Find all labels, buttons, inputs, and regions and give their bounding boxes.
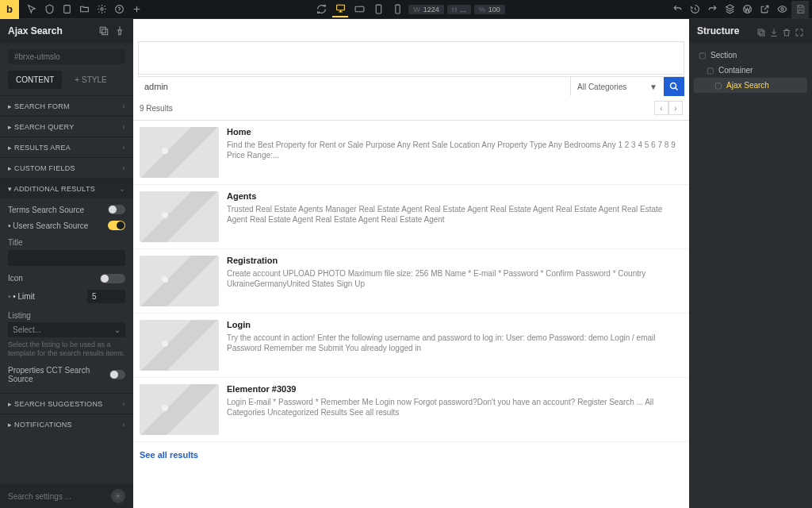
shield-icon[interactable] (41, 2, 57, 17)
redo-icon[interactable] (704, 2, 720, 17)
title-input[interactable] (8, 250, 125, 266)
result-desc: Trusted Real Estate Agents Manager Real … (227, 204, 683, 225)
trash-icon[interactable] (782, 26, 791, 36)
result-thumb (140, 256, 219, 306)
result-desc: Find the Best Property for Rent or Sale … (227, 140, 683, 160)
svg-rect-3 (336, 5, 344, 10)
acc-notifications[interactable]: ▸ NOTIFICATIONS› (0, 414, 133, 434)
svg-rect-4 (355, 6, 364, 12)
tree-item[interactable]: ▢Section (694, 48, 807, 63)
pointer-icon[interactable] (24, 2, 40, 17)
terms-source-label: Terms Search Source (8, 206, 84, 214)
search-settings-input[interactable] (8, 492, 111, 501)
acc-custom-fields[interactable]: ▸ CUSTOM FIELDS› (0, 158, 133, 178)
tree-label: Section (710, 51, 737, 60)
tab-style[interactable]: + STYLE (67, 71, 114, 89)
left-panel: Ajax Search #brxe-utmslo CONTENT + STYLE… (0, 19, 133, 508)
result-item[interactable]: Elementor #3039Login E-mail * Password *… (133, 378, 689, 442)
settings-gear-icon[interactable] (111, 489, 125, 503)
tree-icon: ▢ (699, 51, 707, 60)
gear-icon[interactable] (94, 2, 109, 17)
result-title: Elementor #3039 (227, 384, 683, 394)
svg-rect-9 (102, 29, 108, 35)
undo-icon[interactable] (669, 2, 685, 17)
svg-rect-0 (63, 6, 70, 13)
pin-icon[interactable] (114, 25, 125, 37)
limit-label: • Limit (8, 292, 35, 301)
wordpress-icon[interactable] (739, 2, 755, 17)
limit-input[interactable] (87, 290, 125, 303)
help-icon[interactable] (111, 2, 127, 17)
icon-field-label: Icon (8, 274, 23, 283)
search-button[interactable] (664, 77, 684, 96)
tree-item[interactable]: ▢Container (694, 63, 807, 78)
layers-icon[interactable] (722, 2, 737, 17)
result-desc: Login E-mail * Password * Remember Me Lo… (227, 397, 683, 418)
right-panel: Structure ▢Section▢Container▢Ajax Search (689, 19, 812, 508)
tablet-landscape-icon[interactable] (351, 2, 367, 17)
result-title: Registration (227, 256, 683, 265)
app-logo[interactable]: b (0, 0, 19, 19)
save-icon[interactable] (791, 1, 809, 18)
result-item[interactable]: RegistrationCreate account UPLOAD PHOTO … (133, 249, 689, 314)
add-icon[interactable] (128, 2, 144, 17)
ajax-search-input[interactable] (138, 77, 570, 96)
folder-icon[interactable] (76, 2, 92, 17)
refresh-icon[interactable] (313, 2, 329, 17)
tree-label: Ajax Search (726, 81, 769, 90)
users-source-toggle[interactable] (108, 221, 125, 230)
desktop-icon[interactable] (332, 2, 348, 17)
tree-icon: ▢ (714, 81, 722, 90)
clone-icon[interactable] (98, 25, 109, 37)
svg-rect-13 (760, 31, 764, 36)
width-chip[interactable]: W1224 (408, 5, 444, 14)
tree-item[interactable]: ▢Ajax Search (694, 78, 807, 93)
acc-search-suggestions[interactable]: ▸ SEARCH SUGGESTIONS› (0, 394, 133, 414)
result-title: Login (227, 320, 683, 329)
eye-icon[interactable] (774, 2, 790, 17)
svg-point-12 (671, 83, 676, 89)
result-thumb (140, 191, 219, 242)
expand-icon[interactable] (795, 26, 804, 36)
icon-toggle[interactable] (100, 274, 125, 283)
listing-select[interactable]: Select...⌄ (8, 322, 125, 337)
result-title: Home (227, 127, 683, 137)
tree-icon: ▢ (707, 66, 714, 75)
element-title: Ajax Search (8, 25, 63, 37)
svg-rect-6 (395, 5, 399, 13)
svg-point-11 (117, 495, 120, 498)
acc-search-query[interactable]: ▸ SEARCH QUERY› (0, 117, 133, 137)
tablet-portrait-icon[interactable] (370, 2, 386, 17)
title-field-label: Title (8, 238, 125, 247)
svg-point-2 (115, 6, 123, 13)
element-id-chip[interactable]: #brxe-utmslo (8, 49, 125, 64)
result-item[interactable]: LoginTry the account in action! Enter th… (133, 314, 689, 378)
category-select[interactable]: All Categories▼ (570, 77, 664, 96)
page-icon[interactable] (59, 2, 75, 17)
zoom-chip[interactable]: %100 (474, 5, 505, 14)
acc-additional-results[interactable]: ▾ ADDITIONAL RESULTS⌄ (0, 179, 133, 198)
copy-icon[interactable] (756, 26, 766, 36)
tab-content[interactable]: CONTENT (8, 71, 62, 89)
history-icon[interactable] (687, 2, 703, 17)
see-all-link[interactable]: See all results (133, 442, 689, 471)
external-link-icon[interactable] (756, 2, 772, 17)
users-source-label: • Users Search Source (8, 221, 88, 230)
result-item[interactable]: AgentsTrusted Real Estate Agents Manager… (133, 185, 689, 249)
pager-prev[interactable]: ‹ (654, 101, 668, 115)
cct-source-toggle[interactable] (109, 370, 125, 379)
svg-rect-10 (100, 27, 105, 33)
canvas-empty-box (138, 41, 684, 75)
mobile-icon[interactable] (389, 2, 405, 17)
terms-source-toggle[interactable] (108, 205, 125, 214)
result-item[interactable]: HomeFind the Best Property for Rent or S… (133, 121, 689, 185)
result-thumb (140, 320, 219, 371)
download-icon[interactable] (769, 26, 779, 36)
height-chip[interactable]: H... (447, 5, 471, 14)
acc-search-form[interactable]: ▸ SEARCH FORM› (0, 96, 133, 116)
result-thumb (140, 127, 219, 178)
cct-source-label: Properties CCT Search Source (8, 366, 109, 383)
acc-results-area[interactable]: ▸ RESULTS AREA› (0, 137, 133, 157)
pager-next[interactable]: › (668, 101, 683, 115)
canvas: All Categories▼ 9 Results ‹› HomeFind th… (133, 19, 689, 508)
